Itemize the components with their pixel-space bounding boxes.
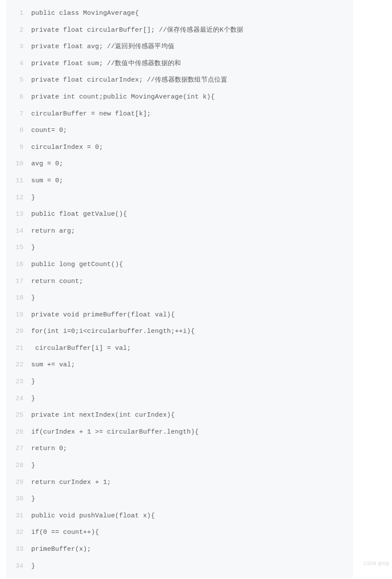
code-text: }: [31, 190, 35, 207]
line-number: 23: [6, 374, 31, 391]
watermark: CSDN @tt姐: [363, 561, 389, 567]
code-text: circularIndex = 0;: [31, 139, 103, 156]
code-line: 28}: [6, 457, 353, 474]
line-number: 18: [6, 290, 31, 307]
code-line: 33primeBuffer(x);: [6, 541, 353, 558]
code-text: }: [31, 240, 35, 257]
code-text: private float circularIndex; //传感器数据数组节点…: [31, 72, 227, 89]
code-block: 1public class MovingAverage{ 2private fl…: [6, 0, 353, 578]
code-line: 17return count;: [6, 273, 353, 290]
code-text: }: [31, 374, 35, 391]
code-line: 34}: [6, 558, 353, 575]
code-text: avg = 0;: [31, 156, 63, 173]
line-number: 22: [6, 357, 31, 374]
line-number: 30: [6, 491, 31, 508]
code-text: for(int i=0;i<circularbuffer.length;++i)…: [31, 323, 195, 340]
code-line: 6private int count;public MovingAverage(…: [6, 89, 353, 106]
line-number: 14: [6, 223, 31, 240]
code-line: 29return curIndex + 1;: [6, 474, 353, 491]
code-line: 1public class MovingAverage{: [6, 5, 353, 22]
code-line: 12}: [6, 190, 353, 207]
code-line: 18}: [6, 290, 353, 307]
line-number: 3: [6, 39, 31, 56]
code-text: private int nextIndex(int curIndex){: [31, 407, 175, 424]
code-line: 19private void primeBuffer(float val){: [6, 307, 353, 324]
line-number: 4: [6, 56, 31, 72]
code-line: 15}: [6, 240, 353, 257]
line-number: 24: [6, 391, 31, 408]
line-number: 17: [6, 273, 31, 290]
code-text: public float getValue(){: [31, 206, 127, 223]
line-number: 29: [6, 474, 31, 491]
code-line: 13public float getValue(){: [6, 206, 353, 223]
code-text: public class MovingAverage{: [31, 5, 139, 22]
line-number: 1: [6, 5, 31, 22]
code-line: 30}: [6, 491, 353, 508]
code-text: circularBuffer = new float[k];: [31, 106, 151, 123]
code-line: 24}: [6, 391, 353, 408]
code-text: return arg;: [31, 223, 75, 240]
code-text: if(0 == count++){: [31, 524, 99, 541]
line-number: 26: [6, 424, 31, 441]
line-number: 32: [6, 524, 31, 541]
line-number: 2: [6, 22, 31, 39]
code-line: 31public void pushValue(float x){: [6, 508, 353, 525]
code-line: 32if(0 == count++){: [6, 524, 353, 541]
code-text: circularBuffer[i] = val;: [31, 340, 131, 357]
line-number: 5: [6, 72, 31, 89]
code-line: 5private float circularIndex; //传感器数据数组节…: [6, 72, 353, 89]
line-number: 8: [6, 122, 31, 139]
code-line: 27return 0;: [6, 441, 353, 457]
code-text: return 0;: [31, 441, 67, 457]
code-text: count= 0;: [31, 122, 67, 139]
code-line: 14return arg;: [6, 223, 353, 240]
code-text: return count;: [31, 273, 83, 290]
code-text: }: [31, 290, 35, 307]
code-line: 8count= 0;: [6, 122, 353, 139]
line-number: 15: [6, 240, 31, 257]
line-number: 16: [6, 257, 31, 273]
code-text: sum = 0;: [31, 173, 63, 190]
code-line: 25private int nextIndex(int curIndex){: [6, 407, 353, 424]
code-line: 11sum = 0;: [6, 173, 353, 190]
code-text: public void pushValue(float x){: [31, 508, 155, 525]
code-line: 20for(int i=0;i<circularbuffer.length;++…: [6, 323, 353, 340]
code-text: private int count;public MovingAverage(i…: [31, 89, 215, 106]
code-line: 16public long getCount(){: [6, 257, 353, 273]
code-text: private float sum; //数值中传感器数据的和: [31, 56, 181, 72]
code-line: 4private float sum; //数值中传感器数据的和: [6, 56, 353, 72]
line-number: 12: [6, 190, 31, 207]
code-text: primeBuffer(x);: [31, 541, 91, 558]
line-number: 11: [6, 173, 31, 190]
line-number: 20: [6, 323, 31, 340]
line-number: 34: [6, 558, 31, 575]
code-text: private float avg; //返回到传感器平均值: [31, 39, 174, 56]
code-text: }: [31, 558, 35, 575]
line-number: 7: [6, 106, 31, 123]
code-line: 10avg = 0;: [6, 156, 353, 173]
code-text: sum += val;: [31, 357, 75, 374]
line-number: 31: [6, 508, 31, 525]
code-line: 7circularBuffer = new float[k];: [6, 106, 353, 123]
line-number: 10: [6, 156, 31, 173]
code-line: 23}: [6, 374, 353, 391]
code-line: 21 circularBuffer[i] = val;: [6, 340, 353, 357]
code-text: }: [31, 491, 35, 508]
line-number: 27: [6, 441, 31, 457]
line-number: 13: [6, 206, 31, 223]
code-line: 9circularIndex = 0;: [6, 139, 353, 156]
line-number: 9: [6, 139, 31, 156]
code-line: 3private float avg; //返回到传感器平均值: [6, 39, 353, 56]
line-number: 6: [6, 89, 31, 106]
code-line: 26if(curIndex + 1 >= circularBuffer.leng…: [6, 424, 353, 441]
code-text: }: [31, 391, 35, 408]
code-text: private float circularBuffer[]; //保存传感器最…: [31, 22, 243, 39]
page: 1public class MovingAverage{ 2private fl…: [0, 0, 392, 579]
line-number: 25: [6, 407, 31, 424]
code-text: }: [31, 457, 35, 474]
code-text: if(curIndex + 1 >= circularBuffer.length…: [31, 424, 199, 441]
line-number: 33: [6, 541, 31, 558]
line-number: 19: [6, 307, 31, 324]
line-number: 28: [6, 457, 31, 474]
code-text: private void primeBuffer(float val){: [31, 307, 175, 324]
